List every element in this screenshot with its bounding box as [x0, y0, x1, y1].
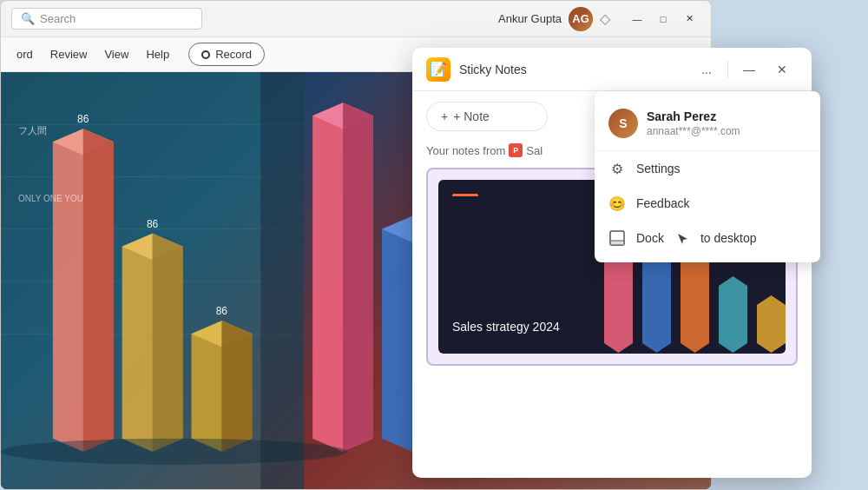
user-name: Ankur Gupta	[498, 12, 562, 25]
svg-marker-37	[642, 248, 671, 353]
ppt-titlebar: 🔍 Search Ankur Gupta AG ◇ — □ ✕	[1, 1, 711, 37]
svg-point-34	[1, 439, 347, 465]
dock-icon	[608, 229, 626, 247]
sticky-close-button[interactable]: ✕	[766, 54, 798, 85]
sticky-notes-window: 📝 Sticky Notes ... — ✕ + + Note Your not…	[412, 48, 812, 478]
settings-icon: ⚙	[608, 160, 626, 177]
record-label: Record	[215, 48, 252, 61]
menu-item-view[interactable]: View	[95, 43, 137, 66]
minimize-button[interactable]: —	[626, 10, 648, 29]
svg-text:86: 86	[147, 218, 159, 230]
search-icon: 🔍	[21, 12, 35, 25]
slide-title-text: Sales strategy 2024	[452, 320, 560, 334]
dock-desktop-item[interactable]: Dock to desktop	[595, 221, 820, 255]
search-box[interactable]: 🔍 Search	[11, 8, 202, 30]
notes-from-service: Sal	[526, 144, 542, 157]
menu-item-ord[interactable]: ord	[8, 43, 42, 66]
dock-desktop-label: Dock	[636, 231, 664, 245]
search-placeholder: Search	[40, 12, 76, 25]
note-slide-title: Sales strategy 2024	[452, 319, 560, 336]
svg-rect-42	[610, 241, 624, 245]
window-controls: — □ ✕	[626, 10, 700, 29]
svg-marker-40	[757, 295, 786, 353]
dropdown-avatar: S	[608, 109, 638, 138]
sticky-title: Sticky Notes	[459, 63, 527, 76]
record-dot-icon	[201, 50, 210, 59]
slide-annotation-1: フ人間	[18, 124, 47, 137]
dropdown-user-info: Sarah Perez annaat***@****.com	[647, 109, 740, 137]
more-options-button[interactable]: ...	[691, 54, 722, 85]
powerpoint-icon: P	[509, 143, 523, 157]
svg-text:86: 86	[216, 305, 228, 317]
sticky-controls: ... — ✕	[691, 54, 798, 85]
dropdown-user-name: Sarah Perez	[647, 109, 740, 123]
svg-marker-39	[719, 276, 747, 353]
note-orange-bar	[452, 194, 478, 196]
controls-divider	[727, 61, 728, 78]
add-note-plus-icon: +	[441, 109, 448, 123]
sticky-minimize-button[interactable]: —	[733, 54, 765, 85]
settings-item[interactable]: ⚙ Settings	[595, 151, 820, 186]
svg-marker-11	[153, 234, 183, 452]
menu-item-help[interactable]: Help	[137, 43, 178, 66]
svg-marker-14	[221, 321, 252, 452]
user-info: Ankur Gupta AG ◇	[498, 7, 610, 31]
slide-annotation-2: ONLY ONE YOU	[18, 194, 83, 203]
close-button[interactable]: ✕	[678, 10, 700, 29]
dock-icon-svg	[609, 230, 625, 246]
sticky-icon-glyph: 📝	[430, 61, 447, 77]
svg-text:86: 86	[77, 113, 89, 125]
sticky-app-icon: 📝	[426, 57, 450, 82]
feedback-icon: 😊	[608, 195, 626, 212]
svg-marker-21	[343, 103, 373, 452]
avatar-image: AG	[569, 7, 593, 31]
diamond-icon: ◇	[600, 10, 610, 27]
maximize-button[interactable]: □	[652, 10, 674, 29]
avatar: AG	[569, 7, 593, 31]
settings-label: Settings	[636, 162, 681, 175]
dropdown-user-email: annaat***@****.com	[647, 125, 740, 137]
menu-item-review[interactable]: Review	[42, 43, 96, 66]
dropdown-user-section: S Sarah Perez annaat***@****.com	[595, 98, 820, 151]
add-note-button[interactable]: + + Note	[426, 102, 548, 131]
svg-marker-8	[83, 129, 114, 452]
notes-from-text: Your notes from	[426, 144, 505, 157]
add-note-label: + Note	[453, 109, 490, 123]
text-cursor-icon	[676, 232, 688, 246]
dock-to-text: to desktop	[700, 231, 757, 245]
cursor-in-text	[676, 230, 688, 245]
record-button[interactable]: Record	[188, 43, 265, 66]
sticky-titlebar: 📝 Sticky Notes ... — ✕	[412, 48, 812, 91]
feedback-item[interactable]: 😊 Feedback	[595, 186, 820, 221]
dropdown-menu: S Sarah Perez annaat***@****.com ⚙ Setti…	[595, 91, 820, 262]
feedback-label: Feedback	[636, 196, 689, 210]
